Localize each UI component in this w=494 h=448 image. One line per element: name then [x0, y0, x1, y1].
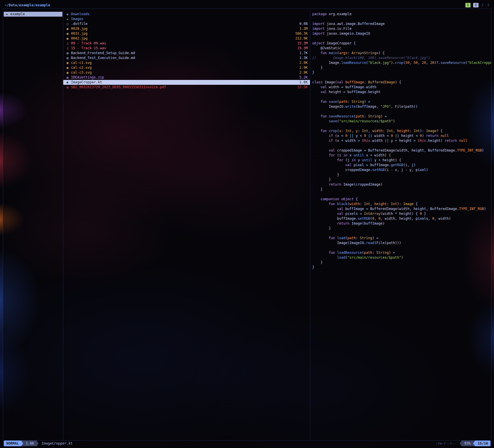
file-name: 15 - Track 15.wav [71, 46, 106, 51]
code-line: Image.loadResource("black.jpg").crop(50,… [312, 60, 491, 65]
code-line: load("src/main/resources/$path") [312, 255, 491, 260]
code-line: val pixels = IntArray(width * height) { … [312, 211, 491, 216]
code-line: } [312, 65, 491, 70]
markdown-icon: ▤ [67, 56, 71, 60]
image-icon: ▦ [67, 36, 71, 41]
file-row[interactable]: ▧IDEAsettings.zip5.2K [63, 75, 310, 80]
file-row[interactable]: ▦cal-c2.svg2.9K [63, 65, 310, 70]
audio-icon: ♫ [67, 41, 71, 46]
statusbar-right: -rw-r--r-- 93% 15/16 [436, 441, 491, 446]
file-size: 212.9K [292, 36, 308, 41]
code-line: val width = buffImage.width [312, 85, 491, 90]
cursor-position-badge: 15/16 [475, 441, 491, 446]
file-name: 0042.jpg [71, 36, 88, 41]
file-size: 0.0B [296, 21, 308, 26]
code-line [312, 192, 491, 197]
file-row[interactable]: ♫15 - Track 15.wav15.3M [63, 46, 310, 51]
file-size: 2.9K [296, 65, 308, 70]
powerline-separator-icon [21, 441, 23, 446]
zip-icon: ▧ [67, 75, 71, 80]
file-row[interactable]: ▦0028.jpg1.3M [63, 26, 310, 31]
code-line: package org.example [312, 12, 491, 17]
file-row[interactable]: ▰example [4, 12, 62, 17]
file-row[interactable]: ◩ImageCropper.kt1.6K [63, 80, 310, 85]
code-line: if (x + width > this.width || y + height… [312, 138, 491, 143]
code-line: val pixel = buffImage.getRGB(i, j) [312, 163, 491, 168]
svg-icon: ▦ [67, 60, 71, 65]
code-line: save("src/main/resources/$path") [312, 119, 491, 124]
code-line: companion object { [312, 197, 491, 202]
file-name: Backend_Test_Execution_Guide.md [71, 56, 135, 60]
file-row[interactable]: ▤Backend_Frontend_Setup_Guide.md1.7K [63, 51, 310, 56]
file-list: ◍Downloads▰Images▢.dotfile0.0B▦0028.jpg1… [63, 12, 310, 90]
code-line: fun save(path: String) = [312, 99, 491, 104]
code-line: fun load(path: String) = [312, 236, 491, 241]
code-line: } [312, 172, 491, 177]
file-name: Images [71, 17, 83, 21]
file-row[interactable]: ▰Images [63, 17, 310, 21]
file-name: cal-c2.svg [71, 65, 92, 70]
breadcrumb-path: ~/Data/example/example [5, 3, 50, 7]
powerline-separator-icon [460, 441, 462, 446]
code-line: object ImageCropper { [312, 41, 491, 46]
code-line: fun black(width: Int, height: Int): Imag… [312, 202, 491, 207]
permissions-text: -rw-r--r-- [436, 441, 456, 445]
file-row[interactable]: ♫09 - Track 09.wav15.3M [63, 41, 310, 46]
file-row[interactable]: ▥SBI_0032013739_2023_DE05_0003155631Invo… [63, 85, 310, 90]
parent-list: ▰example [3, 12, 63, 17]
code-line: import java.awt.image.BufferedImage [312, 21, 491, 26]
parent-directory-panel: ▰example [3, 9, 63, 440]
file-size: 12.5K [294, 85, 308, 90]
file-row[interactable]: ▤Backend_Test_Execution_Guide.md1.3K [63, 56, 310, 60]
code-line: ImageIO.write(buffImage, "JPG", File(pat… [312, 104, 491, 109]
file-size: 2.9K [296, 70, 308, 75]
code-line: } [312, 70, 491, 75]
image-icon: ▦ [67, 26, 71, 31]
svg-icon: ▦ [67, 65, 71, 70]
tab-1[interactable]: 1 [465, 3, 471, 7]
code-line: val height = buffImage.height [312, 90, 491, 95]
current-directory-panel: ◍Downloads▰Images▢.dotfile0.0B▦0028.jpg1… [63, 9, 310, 440]
code-line: fun loadResource(path: String) = [312, 250, 491, 255]
code-line [312, 231, 491, 236]
code-line: fun saveResource(path: String) = [312, 114, 491, 119]
code-line [312, 36, 491, 41]
tab-4[interactable]: 3 [487, 3, 490, 7]
file-row[interactable]: ▦0031.jpg586.3K [63, 31, 310, 36]
file-name: .dotfile [71, 21, 88, 26]
svg-icon: ▦ [67, 70, 71, 75]
file-row[interactable]: ▢.dotfile0.0B [63, 21, 310, 26]
file-name: SBI_0032013739_2023_DE05_0003155631Invoi… [71, 85, 166, 90]
statusbar-filename: ImageCropper.kt [42, 441, 72, 445]
statusbar: NORMAL 1.6K ImageCropper.kt -rw-r--r-- 9… [3, 441, 491, 446]
tab-3[interactable]: 2 [481, 3, 484, 7]
file-row[interactable]: ▦0042.jpg212.9K [63, 36, 310, 41]
file-size: 5.2K [296, 75, 308, 80]
file-row[interactable]: ▦cal-c3.svg2.9K [63, 70, 310, 75]
file-row[interactable]: ▦cal-c1.svg2.9K [63, 60, 310, 65]
file-name: 09 - Track 09.wav [71, 41, 106, 46]
markdown-icon: ▤ [67, 51, 71, 56]
file-row[interactable]: ◍Downloads [63, 12, 310, 17]
code-line: if (x < 0 || y < 0 || width < 0 || heigh… [312, 133, 491, 138]
code-line [312, 245, 491, 250]
file-name: ImageCropper.kt [71, 80, 102, 85]
tab-2[interactable]: 1 [473, 3, 479, 7]
code-line: fun crop(x: Int, y: Int, width: Int, hei… [312, 129, 491, 133]
code-view: package org.example import java.awt.imag… [310, 12, 491, 270]
code-line: return Image(croppedImage) [312, 182, 491, 187]
code-line [312, 95, 491, 99]
terminal-window: ~/Data/example/example 1123 ▰example ◍Do… [3, 2, 491, 446]
pdf-icon: ▥ [67, 85, 71, 90]
file-name: 0028.jpg [71, 26, 88, 31]
topbar: ~/Data/example/example 1123 [3, 2, 491, 9]
file-name: Downloads [71, 12, 90, 17]
code-line: import java.io.File [312, 26, 491, 31]
kotlin-icon: ◩ [67, 80, 71, 85]
file-size: 1.6K [296, 80, 308, 85]
image-icon: ▦ [67, 31, 71, 36]
file-size: 1.3K [296, 56, 308, 60]
statusbar-left: NORMAL 1.6K ImageCropper.kt [4, 441, 73, 446]
file-size: 1.7K [296, 51, 308, 56]
file-name: Backend_Frontend_Setup_Guide.md [71, 51, 135, 56]
